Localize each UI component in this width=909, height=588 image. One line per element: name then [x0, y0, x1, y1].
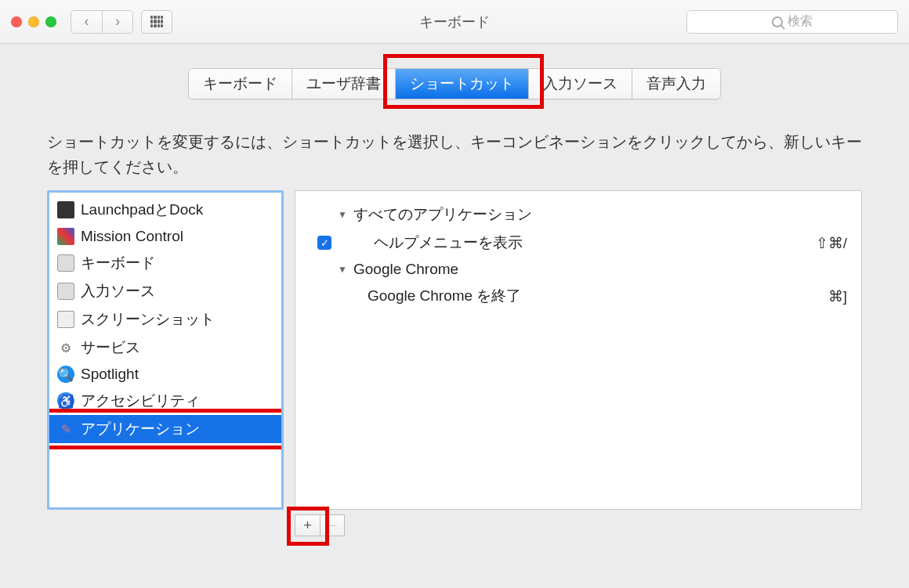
- category-services[interactable]: ⚙サービス: [49, 334, 281, 362]
- shortcut-list[interactable]: ▼ すべてのアプリケーション ✓ ヘルプメニューを表示 ⇧⌘/ ▼ Google…: [295, 190, 862, 510]
- back-button[interactable]: ‹: [71, 10, 102, 34]
- nav-buttons: ‹ ›: [71, 10, 133, 34]
- minimize-button[interactable]: [28, 16, 39, 27]
- close-button[interactable]: [11, 16, 22, 27]
- chevron-right-icon: ›: [115, 13, 120, 30]
- forward-button[interactable]: ›: [102, 10, 133, 34]
- search-icon: [772, 16, 783, 27]
- search-field[interactable]: 検索: [686, 10, 898, 34]
- search-placeholder: 検索: [788, 13, 813, 30]
- panels: LaunchpadとDock Mission Control キーボード 入力ソ…: [47, 190, 862, 510]
- window-title: キーボード: [419, 13, 490, 31]
- category-mission-control[interactable]: Mission Control: [49, 224, 281, 249]
- zoom-button[interactable]: [45, 16, 56, 27]
- screenshot-icon: [57, 311, 74, 328]
- tree-group-chrome[interactable]: ▼ Google Chrome: [310, 257, 847, 282]
- show-all-button[interactable]: [141, 10, 172, 34]
- shortcut-key[interactable]: ⇧⌘/: [816, 234, 847, 252]
- tab-text[interactable]: ユーザ辞書: [292, 69, 396, 99]
- grid-icon: [150, 16, 163, 28]
- category-spotlight[interactable]: 🔍Spotlight: [49, 362, 281, 387]
- tree-item-help-menu[interactable]: ✓ ヘルプメニューを表示 ⇧⌘/: [310, 229, 847, 257]
- tab-bar: キーボード ユーザ辞書 ショートカット 入力ソース 音声入力: [47, 68, 862, 99]
- remove-button[interactable]: −: [320, 514, 345, 536]
- add-button[interactable]: +: [295, 514, 320, 536]
- category-launchpad[interactable]: LaunchpadとDock: [49, 196, 281, 224]
- disclosure-triangle-icon[interactable]: ▼: [338, 209, 349, 220]
- keyboard-icon: [57, 254, 74, 272]
- tab-shortcuts[interactable]: ショートカット: [396, 69, 529, 99]
- tab-keyboard[interactable]: キーボード: [189, 69, 292, 99]
- category-list[interactable]: LaunchpadとDock Mission Control キーボード 入力ソ…: [47, 190, 284, 510]
- disclosure-triangle-icon[interactable]: ▼: [338, 264, 349, 275]
- titlebar: ‹ › キーボード 検索: [0, 0, 909, 44]
- window-controls: [11, 16, 56, 27]
- category-keyboard[interactable]: キーボード: [49, 249, 281, 277]
- checkbox-checked[interactable]: ✓: [317, 236, 331, 250]
- gear-icon: ⚙: [57, 339, 74, 356]
- tree-item-quit-chrome[interactable]: Google Chrome を終了 ⌘]: [310, 282, 847, 310]
- chevron-left-icon: ‹: [85, 13, 89, 30]
- mission-control-icon: [57, 228, 74, 245]
- spotlight-icon: 🔍: [57, 366, 74, 383]
- category-accessibility[interactable]: ♿アクセシビリティ: [49, 387, 281, 415]
- add-remove-buttons: + −: [295, 514, 862, 536]
- instruction-text: ショートカットを変更するには、ショートカットを選択し、キーコンビネーションをクリ…: [47, 129, 862, 179]
- tab-dictation[interactable]: 音声入力: [632, 69, 720, 99]
- category-app-shortcuts[interactable]: ✎アプリケーション: [49, 415, 281, 443]
- tree-group-all-apps[interactable]: ▼ すべてのアプリケーション: [310, 200, 847, 229]
- accessibility-icon: ♿: [57, 392, 74, 409]
- tab-input-sources[interactable]: 入力ソース: [529, 69, 632, 99]
- category-screenshots[interactable]: スクリーンショット: [49, 305, 281, 334]
- launchpad-icon: [57, 201, 74, 218]
- shortcut-key[interactable]: ⌘]: [828, 287, 847, 305]
- content: キーボード ユーザ辞書 ショートカット 入力ソース 音声入力 ショートカットを変…: [0, 44, 909, 588]
- input-icon: [57, 283, 74, 300]
- category-input-sources[interactable]: 入力ソース: [49, 277, 281, 305]
- app-icon: ✎: [57, 420, 74, 438]
